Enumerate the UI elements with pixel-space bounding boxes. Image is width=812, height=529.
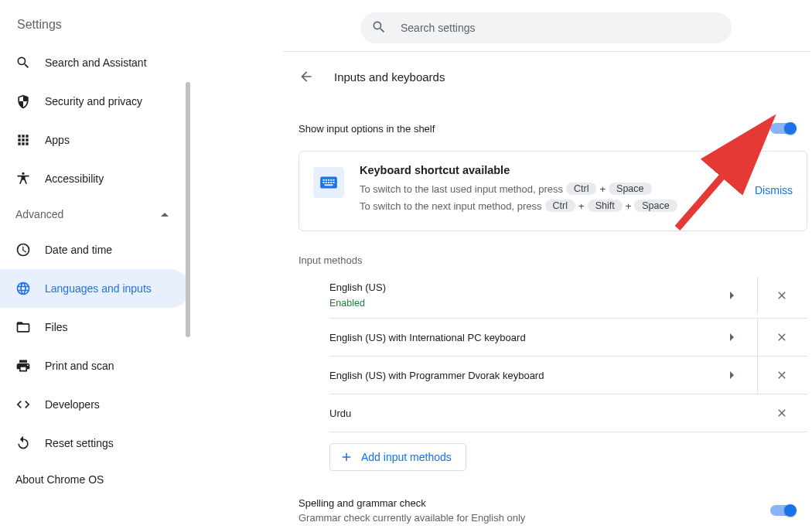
chevron-right-icon bbox=[730, 371, 738, 379]
show-shelf-label: Show input options in the shelf bbox=[299, 123, 435, 135]
key-ctrl: Ctrl bbox=[566, 183, 596, 195]
input-method-row[interactable]: Urdu bbox=[329, 394, 807, 432]
nav-label: Accessibility bbox=[45, 172, 104, 185]
search-icon bbox=[15, 55, 31, 70]
search-box[interactable] bbox=[360, 12, 732, 43]
clock-icon bbox=[15, 242, 31, 258]
nav-label: Date and time bbox=[45, 244, 112, 256]
method-remove-button[interactable] bbox=[758, 319, 806, 356]
apps-icon bbox=[15, 132, 31, 148]
tip-line2-text: To switch to the next input method, pres… bbox=[360, 200, 542, 212]
close-icon bbox=[776, 331, 788, 343]
keyboard-shortcut-card: Keyboard shortcut available To switch to… bbox=[299, 151, 807, 231]
method-remove-button[interactable] bbox=[758, 394, 806, 432]
nav-languages-inputs[interactable]: Languages and inputs bbox=[0, 269, 190, 308]
search-input[interactable] bbox=[401, 22, 721, 34]
nav-label: Search and Assistant bbox=[45, 56, 147, 69]
nav-label: Print and scan bbox=[45, 360, 114, 372]
nav-search-assistant[interactable]: Search and Assistant bbox=[0, 43, 190, 82]
search-icon bbox=[371, 19, 387, 37]
method-expand-button[interactable] bbox=[710, 357, 758, 394]
shield-icon bbox=[15, 94, 31, 109]
app-title: Settings bbox=[17, 18, 62, 32]
spell-toggle[interactable] bbox=[770, 505, 795, 516]
code-icon bbox=[15, 397, 31, 412]
tip-line-1: To switch to the last used input method,… bbox=[360, 183, 739, 195]
main-panel: Inputs and keyboards Show input options … bbox=[283, 51, 810, 529]
key-shift: Shift bbox=[588, 200, 623, 212]
nav-label: Apps bbox=[45, 134, 70, 146]
plus-icon: + bbox=[578, 200, 585, 212]
method-name: Urdu bbox=[329, 408, 758, 419]
show-shelf-row: Show input options in the shelf bbox=[299, 111, 807, 146]
globe-icon bbox=[15, 281, 31, 296]
close-icon bbox=[776, 369, 788, 381]
keyboard-icon bbox=[313, 167, 344, 198]
close-icon bbox=[776, 289, 788, 302]
tip-line1-text: To switch to the last used input method,… bbox=[360, 183, 563, 195]
show-shelf-toggle[interactable] bbox=[770, 123, 795, 134]
method-expand-button[interactable] bbox=[710, 319, 758, 356]
chevron-right-icon bbox=[730, 333, 738, 341]
nav-advanced-toggle[interactable]: Advanced bbox=[0, 198, 190, 230]
nav-about-chrome-os[interactable]: About Chrome OS bbox=[0, 462, 190, 497]
printer-icon bbox=[15, 358, 31, 374]
method-expand-button[interactable] bbox=[710, 277, 758, 314]
folder-icon bbox=[15, 319, 31, 335]
plus-icon bbox=[339, 450, 353, 464]
sidebar-scrollbar[interactable] bbox=[186, 82, 190, 337]
sidebar: Search and Assistant Security and privac… bbox=[0, 43, 190, 529]
close-icon bbox=[776, 407, 788, 419]
input-methods-title: Input methods bbox=[299, 254, 807, 266]
input-method-row[interactable]: English (US) with Programmer Dvorak keyb… bbox=[329, 357, 807, 394]
tip-title: Keyboard shortcut available bbox=[360, 164, 739, 176]
page-title: Inputs and keyboards bbox=[334, 70, 445, 84]
plus-icon: + bbox=[626, 200, 632, 212]
back-button[interactable] bbox=[299, 69, 314, 84]
nav-apps[interactable]: Apps bbox=[0, 121, 190, 159]
nav-label: Reset settings bbox=[45, 437, 114, 449]
nav-label: Languages and inputs bbox=[45, 282, 152, 295]
dismiss-button[interactable]: Dismiss bbox=[755, 184, 793, 196]
spell-sub: Grammar check currently available for En… bbox=[299, 512, 525, 524]
spell-grammar-row: Spelling and grammar check Grammar check… bbox=[299, 493, 807, 528]
nav-date-time[interactable]: Date and time bbox=[0, 230, 190, 269]
input-method-row[interactable]: English (US)Enabled bbox=[329, 272, 807, 319]
input-methods-list: English (US)EnabledEnglish (US) with Int… bbox=[329, 272, 807, 432]
key-space: Space bbox=[609, 183, 651, 195]
chevron-up-icon bbox=[161, 209, 169, 217]
nav-label: Developers bbox=[45, 398, 100, 411]
method-remove-button[interactable] bbox=[758, 357, 806, 394]
nav-accessibility[interactable]: Accessibility bbox=[0, 159, 190, 198]
about-label: About Chrome OS bbox=[15, 473, 104, 486]
input-method-row[interactable]: English (US) with International PC keybo… bbox=[329, 319, 807, 357]
spell-title: Spelling and grammar check bbox=[299, 497, 525, 509]
plus-icon: + bbox=[599, 183, 606, 195]
tip-line-2: To switch to the next input method, pres… bbox=[360, 200, 739, 212]
nav-label: Files bbox=[45, 321, 68, 333]
nav-developers[interactable]: Developers bbox=[0, 385, 190, 424]
nav-reset-settings[interactable]: Reset settings bbox=[0, 424, 190, 462]
chevron-right-icon bbox=[730, 292, 738, 299]
page-header: Inputs and keyboards bbox=[283, 61, 810, 92]
nav-files[interactable]: Files bbox=[0, 308, 190, 346]
method-name: English (US) with Programmer Dvorak keyb… bbox=[329, 370, 710, 381]
accessibility-icon bbox=[15, 171, 31, 186]
add-input-methods-button[interactable]: Add input methods bbox=[329, 443, 466, 471]
reset-icon bbox=[15, 435, 31, 451]
advanced-label: Advanced bbox=[15, 208, 63, 220]
nav-label: Security and privacy bbox=[45, 95, 142, 108]
nav-print-scan[interactable]: Print and scan bbox=[0, 346, 190, 385]
nav-security-privacy[interactable]: Security and privacy bbox=[0, 82, 190, 121]
key-space: Space bbox=[634, 200, 677, 212]
method-name: English (US) bbox=[329, 282, 710, 293]
method-enabled-label: Enabled bbox=[329, 298, 710, 309]
method-remove-button[interactable] bbox=[758, 277, 806, 314]
add-label: Add input methods bbox=[361, 451, 452, 463]
method-name: English (US) with International PC keybo… bbox=[329, 332, 710, 343]
key-ctrl: Ctrl bbox=[545, 200, 575, 212]
